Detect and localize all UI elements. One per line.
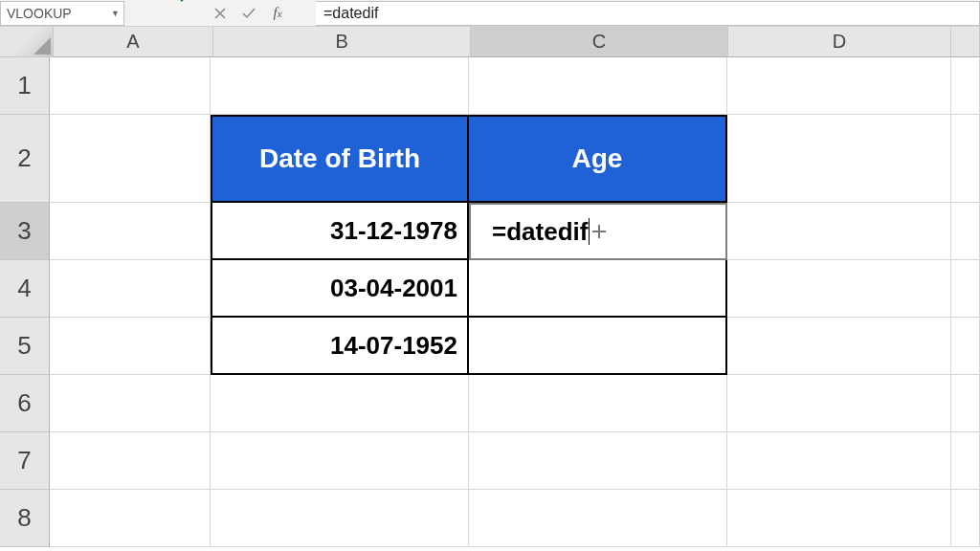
row-header-7[interactable]: 7 bbox=[0, 432, 50, 490]
dob-value-2: 03-04-2001 bbox=[330, 274, 457, 303]
row-header-5[interactable]: 5 bbox=[0, 318, 50, 375]
confirm-formula-button[interactable] bbox=[241, 6, 256, 21]
cell-B1[interactable] bbox=[211, 57, 469, 115]
cell-C5[interactable] bbox=[469, 318, 727, 375]
formula-input-text: =datedif bbox=[323, 5, 378, 22]
header-age: Age bbox=[572, 143, 623, 174]
cell-A7[interactable] bbox=[50, 432, 211, 490]
insert-function-button[interactable]: fx bbox=[270, 6, 285, 21]
cancel-formula-button[interactable] bbox=[212, 6, 228, 21]
col-header-B[interactable]: B bbox=[213, 27, 471, 57]
row-header-6[interactable]: 6 bbox=[0, 375, 50, 432]
cell-E7[interactable] bbox=[951, 432, 980, 490]
cell-D3[interactable] bbox=[727, 203, 951, 260]
cell-C1[interactable] bbox=[469, 57, 727, 115]
cell-E1[interactable] bbox=[951, 57, 980, 115]
cell-D2[interactable] bbox=[727, 115, 951, 203]
cell-E6[interactable] bbox=[951, 375, 980, 432]
select-all-corner[interactable] bbox=[0, 27, 54, 57]
cell-D1[interactable] bbox=[727, 57, 951, 115]
cell-C3[interactable]: =datedif bbox=[469, 203, 727, 260]
cell-C7[interactable] bbox=[469, 432, 727, 490]
cell-D6[interactable] bbox=[727, 375, 951, 432]
cell-B8[interactable] bbox=[211, 490, 469, 547]
cell-C8[interactable] bbox=[469, 490, 727, 547]
editing-text: =datedif bbox=[492, 217, 588, 247]
cell-A1[interactable] bbox=[50, 57, 211, 115]
cell-B7[interactable] bbox=[211, 432, 469, 490]
cell-C4[interactable] bbox=[469, 260, 727, 318]
cell-D8[interactable] bbox=[727, 490, 951, 547]
cell-A6[interactable] bbox=[50, 375, 211, 432]
cell-B3[interactable]: 31-12-1978 bbox=[211, 203, 469, 260]
cell-C2[interactable]: Age bbox=[469, 115, 727, 203]
col-header-A[interactable]: A bbox=[54, 27, 213, 57]
cell-A2[interactable] bbox=[50, 115, 211, 203]
row-headers: 1 2 3 4 5 6 7 8 bbox=[0, 57, 50, 551]
fill-handle-cursor-icon bbox=[592, 225, 606, 238]
cell-E2[interactable] bbox=[951, 115, 980, 203]
cell-B6[interactable] bbox=[211, 375, 469, 432]
cell-A4[interactable] bbox=[50, 260, 211, 318]
spreadsheet-grid[interactable]: A B C D 1 2 3 4 5 6 7 8 bbox=[0, 27, 980, 551]
formula-bar-buttons: fx bbox=[182, 6, 316, 21]
cell-B2[interactable]: Date of Birth bbox=[211, 115, 469, 203]
dob-value-1: 31-12-1978 bbox=[330, 216, 457, 246]
cells-area[interactable]: Date of Birth Age 31-12-1978 =datedif 03… bbox=[50, 57, 980, 551]
text-cursor-icon bbox=[589, 218, 590, 245]
cell-C6[interactable] bbox=[469, 375, 727, 432]
cell-D7[interactable] bbox=[727, 432, 951, 490]
cell-E5[interactable] bbox=[951, 318, 980, 375]
dob-value-3: 14-07-1952 bbox=[330, 331, 457, 361]
row-header-4[interactable]: 4 bbox=[0, 260, 50, 318]
row-header-3[interactable]: 3 bbox=[0, 203, 50, 260]
column-headers: A B C D bbox=[0, 27, 980, 57]
row-header-1[interactable]: 1 bbox=[0, 57, 50, 115]
name-box-value: VLOOKUP bbox=[7, 6, 72, 21]
name-box-dropdown-icon[interactable]: ▼ bbox=[111, 9, 120, 18]
row-header-8[interactable]: 8 bbox=[0, 490, 50, 547]
col-header-E[interactable] bbox=[951, 27, 980, 57]
ribbon-indicator-icon bbox=[172, 0, 191, 2]
cell-A8[interactable] bbox=[50, 490, 211, 547]
cell-E3[interactable] bbox=[951, 203, 980, 260]
cell-B5[interactable]: 14-07-1952 bbox=[211, 318, 469, 375]
header-date-of-birth: Date of Birth bbox=[259, 143, 420, 174]
cell-E4[interactable] bbox=[951, 260, 980, 318]
cell-A5[interactable] bbox=[50, 318, 211, 375]
col-header-D[interactable]: D bbox=[728, 27, 951, 57]
cell-D5[interactable] bbox=[727, 318, 951, 375]
formula-input[interactable]: =datedif bbox=[316, 1, 980, 26]
cell-D4[interactable] bbox=[727, 260, 951, 318]
cell-B4[interactable]: 03-04-2001 bbox=[211, 260, 469, 318]
name-box[interactable]: VLOOKUP ▼ bbox=[0, 1, 124, 26]
col-header-C[interactable]: C bbox=[471, 27, 728, 57]
cell-E8[interactable] bbox=[951, 490, 980, 547]
row-header-2[interactable]: 2 bbox=[0, 115, 50, 203]
formula-bar: VLOOKUP ▼ fx =datedif bbox=[0, 0, 980, 27]
cell-A3[interactable] bbox=[50, 203, 211, 260]
